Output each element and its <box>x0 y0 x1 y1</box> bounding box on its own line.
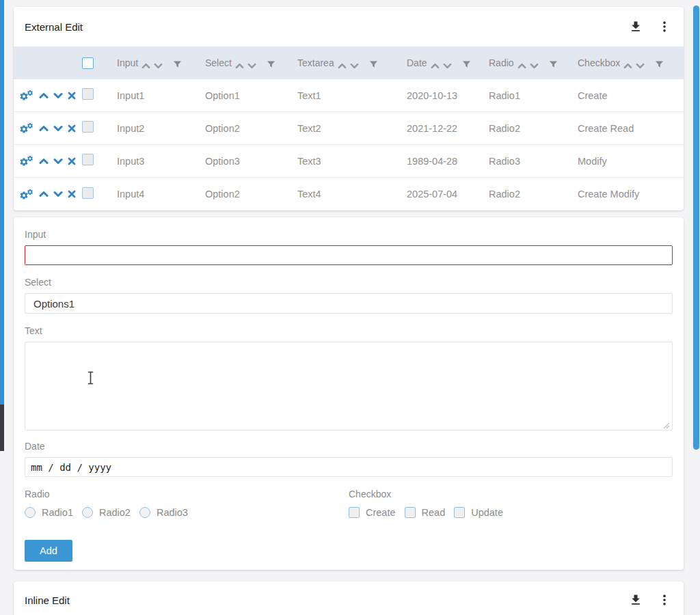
select-all-checkbox[interactable] <box>82 57 94 69</box>
filter-icon[interactable] <box>369 59 378 67</box>
move-up-icon[interactable] <box>39 158 49 165</box>
radio-option: Radio3 <box>139 507 188 518</box>
cell-date: 1989-04-28 <box>407 156 489 167</box>
column-header-select: Select <box>205 57 297 68</box>
filter-icon[interactable] <box>549 59 558 67</box>
download-icon[interactable] <box>629 20 643 33</box>
row-actions <box>14 189 82 200</box>
delete-x-icon[interactable] <box>68 92 76 100</box>
radio-group: Radio Radio1 Radio2 Radio3 <box>25 488 349 518</box>
add-button[interactable]: Add <box>25 540 72 562</box>
move-up-icon[interactable] <box>39 125 49 132</box>
sort-asc-icon[interactable] <box>431 60 440 66</box>
cell-radio: Radio1 <box>489 90 578 101</box>
settings-cogs-icon[interactable] <box>19 122 34 134</box>
filter-icon[interactable] <box>655 59 664 67</box>
checkbox-group: Checkbox Create Read Update <box>349 488 673 518</box>
select-label: Select <box>25 276 673 288</box>
sort-asc-icon[interactable] <box>623 60 632 66</box>
kebab-menu-icon[interactable] <box>658 593 671 607</box>
resize-handle[interactable] <box>662 420 671 428</box>
radio-button[interactable] <box>82 507 93 518</box>
radio-button[interactable] <box>139 507 150 518</box>
cell-radio: Radio2 <box>489 189 578 200</box>
sort-asc-icon[interactable] <box>338 60 347 66</box>
kebab-menu-icon[interactable] <box>658 20 671 33</box>
filter-icon[interactable] <box>173 59 182 67</box>
cell-date: 2020-10-13 <box>407 90 489 101</box>
row-actions <box>14 122 82 134</box>
column-header-date: Date <box>407 57 489 68</box>
select-field[interactable]: Options1 <box>25 293 673 314</box>
cell-input: Input1 <box>117 90 205 101</box>
column-label: Textarea <box>297 57 334 68</box>
column-label: Input <box>117 57 138 68</box>
cell-radio: Radio2 <box>489 123 578 134</box>
right-scrollbar-thumb[interactable] <box>693 5 699 450</box>
radio-option-label: Radio1 <box>42 507 73 518</box>
sort-desc-icon[interactable] <box>636 60 645 66</box>
external-edit-card: External Edit Input Select <box>14 7 684 210</box>
inline-edit-card: Inline Edit <box>14 582 684 615</box>
row-checkbox[interactable] <box>82 121 94 133</box>
cell-select: Option2 <box>205 189 297 200</box>
row-actions <box>14 155 82 167</box>
cell-radio: Radio3 <box>489 156 578 167</box>
date-field[interactable]: mm / dd / yyyy <box>25 457 673 477</box>
settings-cogs-icon[interactable] <box>19 90 34 101</box>
data-table: Input Select Textarea <box>14 46 684 210</box>
card-title: Inline Edit <box>25 594 70 606</box>
sort-desc-icon[interactable] <box>350 60 359 66</box>
checkbox-option: Update <box>454 507 503 518</box>
left-scrollbar-thumb[interactable] <box>0 0 4 405</box>
sort-asc-icon[interactable] <box>142 60 150 66</box>
delete-x-icon[interactable] <box>68 157 76 165</box>
column-label: Radio <box>489 57 514 68</box>
radio-checkbox-row: Radio Radio1 Radio2 Radio3 <box>25 488 673 518</box>
sort-desc-icon[interactable] <box>530 60 539 66</box>
add-record-form-card: Input Select Options1 Text Date mm / dd … <box>14 217 684 570</box>
column-label: Checkbox <box>578 57 620 68</box>
settings-cogs-icon[interactable] <box>19 155 34 167</box>
left-scrollbar-track-end <box>0 405 4 451</box>
input-field[interactable] <box>25 245 673 265</box>
textarea-field[interactable] <box>25 342 673 430</box>
download-icon[interactable] <box>629 593 643 607</box>
settings-cogs-icon[interactable] <box>19 189 34 200</box>
cell-checkbox: Create Modify <box>578 189 684 200</box>
row-checkbox[interactable] <box>82 154 94 165</box>
row-checkbox[interactable] <box>82 88 94 100</box>
checkbox-box[interactable] <box>454 507 465 518</box>
external-edit-header: External Edit <box>14 7 684 46</box>
filter-icon[interactable] <box>267 59 275 67</box>
move-up-icon[interactable] <box>39 191 49 197</box>
radio-option: Radio1 <box>25 507 73 518</box>
filter-icon[interactable] <box>462 59 471 67</box>
sort-desc-icon[interactable] <box>154 60 163 66</box>
sort-desc-icon[interactable] <box>247 60 256 66</box>
checkbox-option: Create <box>349 507 396 518</box>
cell-checkbox: Modify <box>578 156 684 167</box>
checkbox-box[interactable] <box>349 507 360 518</box>
move-down-icon[interactable] <box>53 92 63 99</box>
move-down-icon[interactable] <box>53 125 63 132</box>
move-down-icon[interactable] <box>53 191 63 197</box>
column-label: Date <box>407 57 427 68</box>
row-checkbox[interactable] <box>82 187 94 199</box>
radio-button[interactable] <box>25 507 36 518</box>
move-up-icon[interactable] <box>39 92 49 99</box>
table-row: Input3 Option3 Text3 1989-04-28 Radio3 M… <box>14 145 684 178</box>
checkbox-box[interactable] <box>405 507 416 518</box>
sort-asc-icon[interactable] <box>235 60 244 66</box>
sort-asc-icon[interactable] <box>517 60 526 66</box>
select-all-cell <box>82 57 117 69</box>
delete-x-icon[interactable] <box>68 190 76 198</box>
card-title: External Edit <box>25 21 83 33</box>
delete-x-icon[interactable] <box>68 124 76 133</box>
cell-textarea: Text2 <box>297 123 407 134</box>
sort-desc-icon[interactable] <box>443 60 452 66</box>
table-row: Input1 Option1 Text1 2020-10-13 Radio1 C… <box>14 79 684 112</box>
radio-option: Radio2 <box>82 507 131 518</box>
table-row: Input2 Option2 Text2 2021-12-22 Radio2 C… <box>14 112 684 145</box>
move-down-icon[interactable] <box>53 158 63 165</box>
